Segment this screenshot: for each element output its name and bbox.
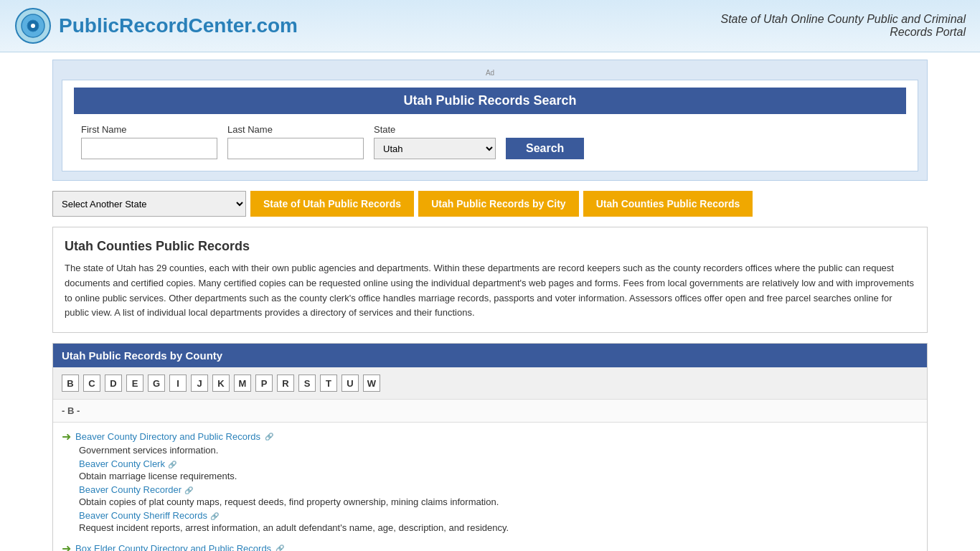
- beaver-sheriff-item: Beaver County Sheriff Records 🔗: [79, 510, 918, 521]
- counties-intro-description: The state of Utah has 29 counties, each …: [65, 261, 915, 321]
- beaver-sheriff-ext-icon: 🔗: [210, 512, 219, 520]
- letter-btn-g[interactable]: G: [148, 375, 165, 392]
- county-section: Utah Public Records by County BCDEGIJKMP…: [52, 343, 928, 551]
- beaver-clerk-desc: Obtain marriage license requirements.: [79, 471, 918, 481]
- box-elder-county-header: ➜ Box Elder County Directory and Public …: [62, 542, 918, 551]
- beaver-ext-icon: 🔗: [265, 433, 273, 441]
- box-elder-directory-link[interactable]: Box Elder County Directory and Public Re…: [75, 543, 271, 551]
- beaver-county-header: ➜ Beaver County Directory and Public Rec…: [62, 430, 918, 443]
- logo-area: PublicRecordCenter.com: [14, 7, 298, 44]
- letter-btn-b[interactable]: B: [62, 375, 79, 392]
- beaver-county-item: ➜ Beaver County Directory and Public Rec…: [62, 430, 918, 533]
- beaver-directory-desc: Government services information.: [79, 445, 918, 456]
- letter-btn-t[interactable]: T: [320, 375, 337, 392]
- svg-point-3: [31, 24, 35, 28]
- last-name-label: Last Name: [227, 124, 364, 135]
- beaver-arrow-icon: ➜: [62, 430, 71, 443]
- city-public-records-button[interactable]: Utah Public Records by City: [418, 191, 578, 217]
- box-elder-arrow-icon: ➜: [62, 542, 71, 551]
- letter-btn-k[interactable]: K: [212, 375, 230, 392]
- section-b-divider: - B -: [53, 400, 927, 423]
- letter-btn-i[interactable]: I: [169, 375, 187, 392]
- beaver-directory-link[interactable]: Beaver County Directory and Public Recor…: [75, 431, 260, 442]
- beaver-clerk-item: Beaver County Clerk 🔗: [79, 458, 918, 469]
- logo-icon: [14, 7, 52, 44]
- box-elder-ext-icon: 🔗: [275, 545, 284, 551]
- county-list: ➜ Beaver County Directory and Public Rec…: [53, 423, 927, 551]
- letter-btn-u[interactable]: U: [341, 375, 359, 392]
- counties-public-records-button[interactable]: Utah Counties Public Records: [583, 191, 753, 217]
- state-select-nav[interactable]: Select Another State: [52, 191, 246, 217]
- state-group: State Utah: [374, 124, 496, 159]
- beaver-recorder-link[interactable]: Beaver County Recorder: [79, 484, 182, 495]
- county-section-header: Utah Public Records by County: [53, 344, 927, 367]
- page-header: PublicRecordCenter.com State of Utah Onl…: [0, 0, 980, 52]
- first-name-label: First Name: [81, 124, 217, 135]
- search-box-container: Ad Utah Public Records Search First Name…: [52, 60, 928, 181]
- main-wrapper: Ad Utah Public Records Search First Name…: [45, 60, 935, 551]
- beaver-clerk-ext-icon: 🔗: [168, 461, 176, 468]
- box-elder-county-item: ➜ Box Elder County Directory and Public …: [62, 542, 918, 551]
- beaver-recorder-desc: Obtain copies of plat county maps, reque…: [79, 496, 918, 507]
- beaver-clerk-link[interactable]: Beaver County Clerk: [79, 458, 165, 469]
- search-box-inner: Utah Public Records Search First Name La…: [62, 80, 918, 171]
- search-button[interactable]: Search: [506, 138, 584, 159]
- beaver-sheriff-desc: Request incident reports, arrest informa…: [79, 522, 918, 533]
- last-name-group: Last Name: [227, 124, 364, 159]
- header-subtitle: State of Utah Online County Public and C…: [720, 13, 966, 39]
- letter-btn-s[interactable]: S: [298, 375, 316, 392]
- beaver-sheriff-link[interactable]: Beaver County Sheriff Records: [79, 510, 207, 521]
- letter-btn-d[interactable]: D: [105, 375, 122, 392]
- letter-btn-m[interactable]: M: [234, 375, 251, 392]
- logo-text: PublicRecordCenter.com: [59, 14, 298, 37]
- letter-btn-j[interactable]: J: [191, 375, 208, 392]
- letter-nav: BCDEGIJKMPRSTUW: [53, 367, 927, 400]
- beaver-recorder-ext-icon: 🔗: [184, 486, 193, 494]
- letter-btn-e[interactable]: E: [126, 375, 143, 392]
- search-title-bar: Utah Public Records Search: [74, 88, 906, 114]
- beaver-recorder-item: Beaver County Recorder 🔗: [79, 484, 918, 495]
- nav-row: Select Another State State of Utah Publi…: [52, 191, 928, 217]
- search-fields: First Name Last Name State Utah Search: [74, 124, 906, 159]
- first-name-group: First Name: [81, 124, 217, 159]
- letter-btn-p[interactable]: P: [255, 375, 273, 392]
- counties-intro-title: Utah Counties Public Records: [65, 239, 915, 254]
- counties-intro-section: Utah Counties Public Records The state o…: [52, 227, 928, 333]
- letter-btn-r[interactable]: R: [277, 375, 294, 392]
- letter-btn-w[interactable]: W: [363, 375, 380, 392]
- last-name-input[interactable]: [227, 138, 364, 159]
- state-public-records-button[interactable]: State of Utah Public Records: [250, 191, 414, 217]
- state-label: State: [374, 124, 496, 135]
- first-name-input[interactable]: [81, 138, 217, 159]
- state-select-search[interactable]: Utah: [374, 138, 496, 159]
- letter-btn-c[interactable]: C: [83, 375, 100, 392]
- ad-label: Ad: [62, 69, 918, 77]
